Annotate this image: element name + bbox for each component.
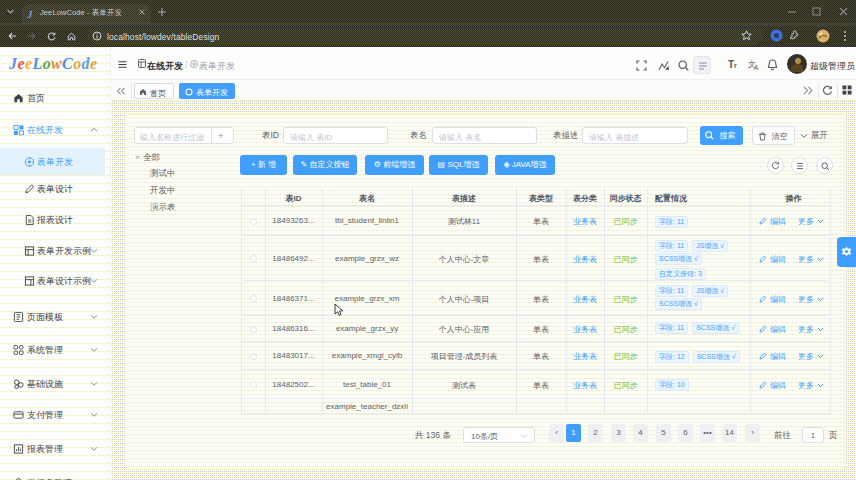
- svg-text:A: A: [754, 64, 759, 70]
- svg-text:J: J: [27, 8, 33, 19]
